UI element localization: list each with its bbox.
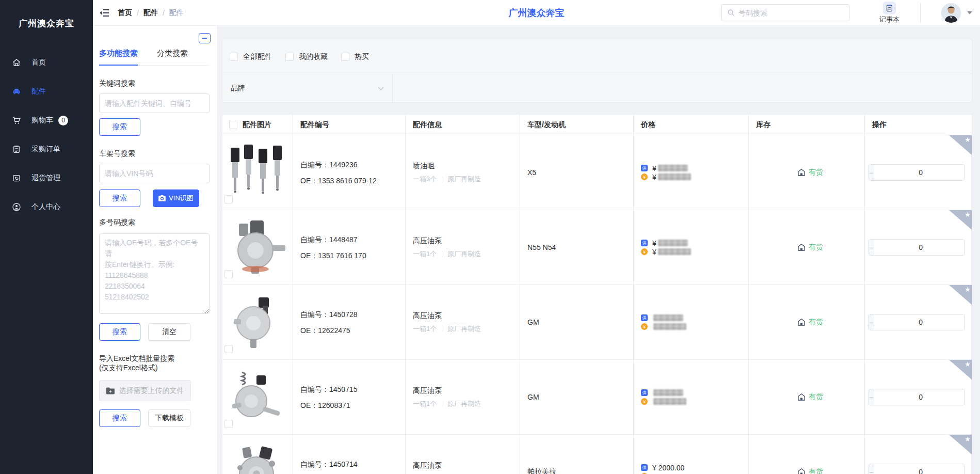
filter-checkbox-row: 全部配件 我的收藏 热买 <box>222 39 972 74</box>
vehicle-model: GM <box>520 360 634 434</box>
breadcrumb-home[interactable]: 首页 <box>118 8 132 18</box>
origin-type: 原厂再制造 <box>447 249 481 259</box>
stock-status: 有货 <box>809 168 823 177</box>
star-icon: ★ <box>965 136 971 144</box>
row-checkbox[interactable] <box>224 195 233 203</box>
brand-select[interactable]: 品牌 <box>222 74 393 102</box>
censored-price <box>658 248 691 255</box>
cart-count-badge: 0 <box>58 116 68 125</box>
table-row: 自编号：1450715 OE：12608371 高压油泵 一箱1个原厂再制造 G… <box>222 360 972 435</box>
qty-minus-button[interactable]: − <box>869 240 874 255</box>
filter-hot-buy[interactable]: 热买 <box>341 52 369 61</box>
content-row: 多功能搜索 分类搜索 关键词搜索 搜索 车架号搜索 搜索 VIN识图 <box>93 26 980 474</box>
keyword-search-label: 关键词搜索 <box>99 79 210 88</box>
file-upload-button[interactable]: 选择需要上传的文件 <box>99 380 191 401</box>
app: 广州澳众奔宝 首页 配件 购物车 0 <box>0 0 980 474</box>
table-row: 自编号：1448487 OE：1351 7616 170 高压油泵 一箱1个原厂… <box>222 210 972 285</box>
topbar: 首页 / 配件 / 配件 广州澳众奔宝 记事本 <box>93 0 980 26</box>
menu-fold-icon[interactable] <box>98 7 110 19</box>
product-photo[interactable] <box>227 218 288 276</box>
qty-input[interactable] <box>874 240 965 255</box>
multi-number-search-button[interactable]: 搜索 <box>99 323 140 341</box>
checkbox-icon <box>230 53 238 61</box>
favorite-corner-badge[interactable]: ★ <box>949 285 972 305</box>
excel-search-button[interactable]: 搜索 <box>99 409 140 427</box>
sidebar-item-cart[interactable]: 购物车 0 <box>0 106 93 135</box>
vin-search-label: 车架号搜索 <box>99 149 210 159</box>
retail-price: ¥ 2600.00 <box>652 472 684 474</box>
sidebar-item-returns[interactable]: 退货管理 <box>0 164 93 193</box>
avatar[interactable] <box>941 3 961 23</box>
part-oe: 1351 7616 170 <box>318 251 366 260</box>
censored-price <box>658 173 691 180</box>
product-photo[interactable] <box>227 293 288 351</box>
pack-spec: 一箱1个 <box>413 324 437 334</box>
supply-price: ¥ 2000.00 <box>652 464 684 472</box>
excel-import-label: 导入Excel文档批量搜索 (仅支持Excel格式) <box>99 354 210 372</box>
qty-input[interactable] <box>874 165 965 180</box>
chevron-down-icon <box>378 87 384 90</box>
sidebar-item-purchase-orders[interactable]: 采购订单 <box>0 135 93 164</box>
table-row: 自编号：1450728 OE：12622475 高压油泵 一箱1个原厂再制造 G… <box>222 285 972 360</box>
camera-icon <box>158 195 166 201</box>
product-photo[interactable] <box>227 144 288 201</box>
vin-image-recognition-button[interactable]: VIN识图 <box>153 189 199 207</box>
download-template-button[interactable]: 下载模板 <box>148 409 190 427</box>
sidebar-item-parts[interactable]: 配件 <box>0 77 93 106</box>
keyword-search-input[interactable] <box>99 93 210 113</box>
filter-all-parts[interactable]: 全部配件 <box>230 52 272 61</box>
clear-button[interactable]: 清空 <box>148 323 190 341</box>
supply-price-icon: 供 <box>641 314 648 321</box>
product-photo[interactable] <box>227 368 288 426</box>
keyword-search-button[interactable]: 搜索 <box>99 118 140 136</box>
qty-input[interactable] <box>874 389 965 405</box>
sidebar-item-home[interactable]: 首页 <box>0 48 93 77</box>
retail-price-icon: ¥ <box>641 323 648 330</box>
row-checkbox[interactable] <box>224 420 233 428</box>
quantity-stepper: − + <box>869 389 965 405</box>
product-photo[interactable] <box>227 443 288 474</box>
stock-status: 有货 <box>809 243 823 252</box>
filter-my-favorites[interactable]: 我的收藏 <box>285 52 328 61</box>
avatar-dropdown-caret-icon[interactable] <box>967 11 972 14</box>
qty-minus-button[interactable]: − <box>869 464 874 474</box>
tab-category-search[interactable]: 分类搜索 <box>157 49 188 65</box>
favorite-corner-badge[interactable]: ★ <box>949 360 972 380</box>
vin-search-input[interactable] <box>99 164 210 183</box>
retail-price-icon: ¥ <box>641 248 648 255</box>
home-icon <box>12 58 21 67</box>
row-checkbox[interactable] <box>224 345 233 353</box>
number-search-box <box>721 4 849 21</box>
favorite-corner-badge[interactable]: ★ <box>949 210 972 230</box>
qty-input[interactable] <box>874 464 965 474</box>
part-name: 高压油泵 <box>413 236 520 245</box>
censored-price <box>658 240 688 246</box>
sidebar-item-label: 配件 <box>31 87 46 96</box>
checkbox-icon <box>341 53 349 61</box>
notepad-button[interactable]: 记事本 <box>879 2 899 24</box>
pack-spec: 一箱1个 <box>413 249 437 259</box>
qty-minus-button[interactable]: − <box>869 165 874 180</box>
panel-collapse-button[interactable] <box>199 33 211 43</box>
select-all-checkbox[interactable] <box>229 121 237 129</box>
part-sn: 1450728 <box>329 310 358 319</box>
vin-search-button[interactable]: 搜索 <box>99 189 140 207</box>
multi-number-search-label: 多号码搜索 <box>99 218 210 227</box>
part-sn: 1450714 <box>329 460 358 468</box>
qty-minus-button[interactable]: − <box>869 314 874 330</box>
sidebar-item-profile[interactable]: 个人中心 <box>0 193 93 222</box>
row-checkbox[interactable] <box>224 270 233 278</box>
breadcrumb-parts[interactable]: 配件 <box>143 8 158 18</box>
number-search-input[interactable] <box>738 9 844 17</box>
sidebar-item-label: 采购订单 <box>31 145 60 154</box>
favorite-corner-badge[interactable]: ★ <box>949 135 972 155</box>
filter-card: 全部配件 我的收藏 热买 品牌 <box>222 39 972 103</box>
favorite-corner-badge[interactable]: ★ <box>949 435 972 454</box>
qty-input[interactable] <box>874 314 965 330</box>
multi-number-textarea[interactable] <box>99 233 210 314</box>
qty-minus-button[interactable]: − <box>869 389 874 405</box>
part-name: 高压油泵 <box>413 311 520 320</box>
quantity-stepper: − + <box>869 164 965 181</box>
folder-icon <box>106 387 115 394</box>
tab-multi-search[interactable]: 多功能搜索 <box>99 49 138 66</box>
